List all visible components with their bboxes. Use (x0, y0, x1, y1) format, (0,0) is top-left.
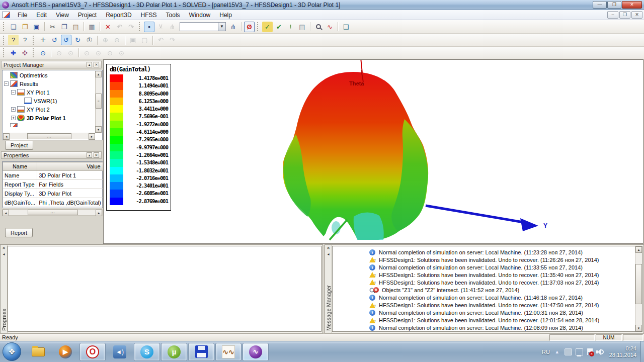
panel-collapse-icon[interactable]: ▴ (87, 152, 92, 158)
minimize-button[interactable]: — (593, 1, 607, 9)
validate-icon[interactable]: ✓ (262, 22, 273, 32)
hide-selection-icon[interactable]: ⊙ (54, 48, 64, 58)
scroll-down-button[interactable]: ▾ (635, 325, 642, 331)
fit-selection-icon[interactable]: ▢ (139, 35, 150, 45)
panel-close-icon[interactable]: ✕ (326, 246, 331, 251)
hidden-icons-button[interactable]: ▲ (555, 349, 559, 354)
menu-file[interactable]: File (13, 11, 32, 20)
field-overlays-icon[interactable] (313, 22, 324, 32)
scroll-thumb[interactable]: ::: (28, 210, 78, 215)
restore-button[interactable]: ❐ (607, 1, 621, 9)
combo-dropdown-icon[interactable]: ▼ (218, 23, 225, 31)
volume-mixer-icon[interactable]: ◄) (107, 343, 133, 361)
toolbar-grip[interactable] (3, 36, 6, 45)
scroll-thumb[interactable]: ≡ (96, 94, 102, 109)
print-icon[interactable]: ▦ (87, 22, 97, 32)
message-row[interactable]: !HFSSDesign1: Solutions have been invali… (333, 271, 634, 279)
properties-header[interactable]: Properties ▴ ✕ (1, 151, 102, 159)
tree-item-results[interactable]: −Results (3, 79, 95, 88)
expander-plus-icon[interactable]: + (11, 107, 16, 112)
network-icon[interactable] (576, 348, 583, 355)
open-icon[interactable]: ❐ (20, 22, 30, 32)
tree-item-xy-plot-2[interactable]: +XY Plot 2 (3, 105, 95, 114)
toolbar-grip[interactable] (3, 48, 6, 57)
scroll-right-button[interactable]: ▸ (89, 133, 95, 140)
message-row[interactable]: !HFSSDesign1: Solutions have been invali… (333, 302, 634, 309)
menu-edit[interactable]: Edit (32, 11, 51, 20)
tree-item-3d-polar-plot-1[interactable]: +3D Polar Plot 1 (3, 114, 95, 122)
tree-item[interactable] (3, 122, 95, 127)
menu-help[interactable]: Help (215, 11, 236, 20)
panel-close-icon[interactable]: ✕ (94, 62, 99, 67)
undo-view-icon[interactable]: ↶ (155, 35, 166, 45)
panel-close-icon[interactable]: ✕ (94, 152, 99, 158)
opera-icon[interactable]: O (79, 343, 106, 361)
property-value-cell[interactable]: 3D Polar Plot (37, 189, 103, 198)
mdi-document-icon[interactable] (2, 12, 10, 18)
copy-image-icon[interactable]: ❑ (341, 22, 351, 32)
toolbar-grip[interactable] (33, 36, 35, 45)
analyze-all-icon[interactable]: ✔ (274, 22, 284, 32)
panel-pin-icon[interactable]: ◂ (326, 252, 331, 257)
power-plug-icon[interactable] (565, 348, 572, 355)
zoom-out-icon[interactable]: ⊖ (112, 35, 122, 45)
cut-icon[interactable]: ✂ (47, 22, 58, 32)
media-player-icon[interactable]: ▶ (52, 343, 78, 361)
message-vertical-scrollbar[interactable]: ▴ ▾ (635, 246, 642, 331)
show-selection-icon[interactable]: ⊙ (65, 48, 76, 58)
start-button[interactable]: ❖ (3, 342, 21, 361)
expander-minus-icon[interactable]: − (4, 81, 9, 86)
scroll-up-button[interactable]: ▴ (95, 71, 102, 77)
dynamic-zoom-icon[interactable]: ① (84, 35, 95, 45)
undo-icon[interactable]: ↶ (114, 22, 125, 32)
mdi-restore-button[interactable]: ❐ (619, 11, 630, 19)
model-connections-icon[interactable]: ⋔ (228, 22, 238, 32)
scroll-left-button[interactable]: ◂ (3, 210, 9, 216)
tab-report[interactable]: Report (5, 228, 33, 237)
message-row[interactable]: !HFSSDesign1: Solutions have been invali… (333, 279, 634, 286)
action-center-icon[interactable] (587, 348, 593, 355)
explorer-icon[interactable] (25, 343, 51, 361)
tree-item-vswr-1-[interactable]: VSWR(1) (3, 97, 95, 105)
tree-horizontal-scrollbar[interactable]: ◂ ::: ▸ (3, 133, 95, 139)
menu-tools[interactable]: Tools (162, 11, 185, 20)
scroll-left-button[interactable]: ◂ (3, 133, 10, 140)
message-row[interactable]: iNormal completion of simulation on serv… (333, 263, 634, 271)
message-row[interactable]: iNormal completion of simulation on serv… (333, 324, 634, 332)
save-tool-icon[interactable] (188, 343, 214, 361)
create-report-icon[interactable]: ∿ (325, 22, 335, 32)
3d-plot-viewport[interactable]: Theta Y dB(GainTotal) 1.4178e+0011.1494e… (103, 59, 643, 244)
visibility-icon[interactable]: ⊙ (38, 48, 48, 58)
submit-analysis-icon[interactable]: ! (285, 22, 296, 32)
rotate-center-icon[interactable]: ↺ (49, 35, 60, 45)
select-multi-icon[interactable]: ⋔ (167, 22, 178, 32)
message-row[interactable]: iNormal completion of simulation on serv… (333, 294, 634, 302)
pan-icon[interactable]: ✛ (38, 35, 48, 45)
property-value-cell[interactable]: Phi ,Theta ,dB(GainTotal) (37, 198, 103, 207)
scroll-right-button[interactable]: ▸ (96, 210, 102, 216)
hide-active-view-icon[interactable]: ⊙ (105, 48, 115, 58)
rotate-model-icon[interactable]: ↺ (61, 35, 71, 45)
scroll-down-button[interactable]: ▾ (95, 126, 102, 133)
menu-report3d[interactable]: Report3D (101, 11, 136, 20)
solution-data-icon[interactable]: ▤ (297, 22, 307, 32)
select-object-icon[interactable]: ▪ (144, 22, 154, 32)
expander-minus-icon[interactable]: − (11, 90, 16, 95)
toolbar-grip[interactable] (33, 48, 35, 57)
delete-icon[interactable]: ✕ (103, 22, 113, 32)
panel-pin-icon[interactable]: ◂ (2, 252, 7, 257)
show-active-view-icon[interactable]: ⊙ (116, 48, 127, 58)
volume-tray-icon[interactable] (596, 348, 604, 355)
abort-analysis-icon[interactable]: Ø (244, 22, 255, 32)
redo-view-icon[interactable]: ↷ (167, 35, 178, 45)
property-value-cell[interactable]: Far Fields (37, 180, 103, 189)
scroll-thumb[interactable]: ::: (27, 133, 71, 139)
toolbar-grip[interactable] (139, 22, 141, 31)
hfss-taskbar-icon[interactable]: ∿ (243, 343, 269, 361)
utorrent-icon[interactable]: µ (161, 343, 187, 361)
fit-all-icon[interactable]: ▣ (128, 35, 138, 45)
menu-window[interactable]: Window (185, 11, 215, 20)
scroll-thumb[interactable] (635, 264, 642, 304)
show-desktop-button[interactable] (640, 341, 644, 362)
selection-combobox[interactable]: ▼ (180, 22, 226, 31)
